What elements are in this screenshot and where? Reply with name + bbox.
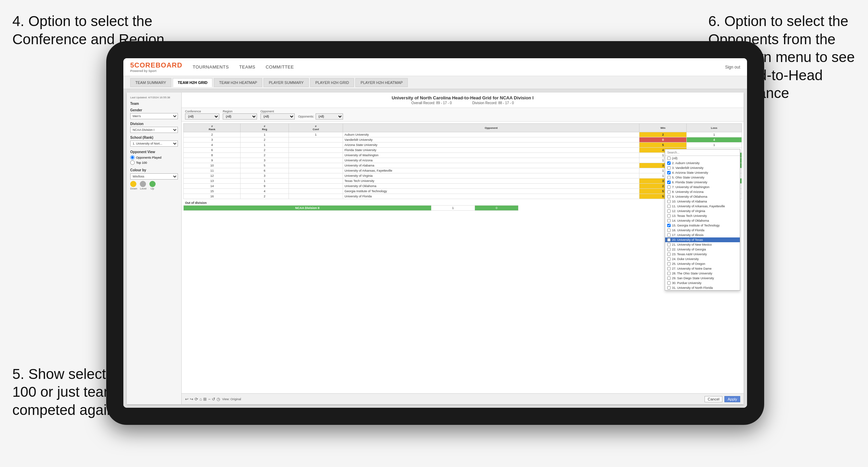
opponent-view-label: Opponent View — [130, 150, 178, 154]
radio-opponents-played[interactable] — [130, 155, 135, 160]
dropdown-checkbox[interactable] — [667, 200, 671, 203]
colour-by-select[interactable]: Win/loss — [130, 173, 178, 180]
clock-icon[interactable]: ◷ — [217, 397, 220, 402]
tab-team-summary[interactable]: TEAM SUMMARY — [130, 78, 171, 87]
cell-reg: 3 — [241, 173, 289, 179]
dropdown-checkbox[interactable] — [667, 185, 671, 189]
gender-select[interactable]: Men's — [130, 113, 178, 119]
division-select[interactable]: NCAA Division I — [130, 127, 178, 133]
dropdown-checkbox[interactable] — [667, 267, 671, 270]
dropdown-item[interactable]: 31. University of North Florida — [665, 285, 740, 290]
tab-team-h2h-heatmap[interactable]: TEAM H2H HEATMAP — [214, 78, 262, 87]
dropdown-checkbox[interactable] — [667, 229, 671, 232]
dropdown-checkbox[interactable] — [667, 166, 671, 170]
school-select[interactable]: 1. University of Nort... — [130, 140, 178, 147]
dropdown-item[interactable]: 9. University of Oklahoma — [665, 194, 740, 199]
opponent-view-played[interactable]: Opponents Played — [130, 155, 178, 160]
undo-icon[interactable]: ↩ — [185, 397, 188, 402]
dropdown-item[interactable]: 8. University of Arizona — [665, 189, 740, 194]
dropdown-item[interactable]: 25. University of Oregon — [665, 261, 740, 266]
refresh-icon[interactable]: ↺ — [212, 397, 215, 402]
dropdown-item[interactable]: 6. Florida State University — [665, 180, 740, 185]
dropdown-item-label: (All) — [672, 157, 677, 160]
dropdown-checkbox[interactable] — [667, 214, 671, 218]
dropdown-item[interactable]: 30. Purdue University — [665, 281, 740, 285]
dropdown-item[interactable]: 7. University of Washington — [665, 185, 740, 189]
dropdown-checkbox[interactable] — [667, 281, 671, 285]
dropdown-checkbox[interactable] — [667, 161, 671, 165]
dropdown-checkbox[interactable] — [667, 262, 671, 266]
dropdown-checkbox[interactable] — [667, 195, 671, 198]
dropdown-checkbox[interactable] — [667, 176, 671, 179]
dropdown-item[interactable]: 10. University of Alabama — [665, 199, 740, 204]
opponent-select[interactable]: (All) — [260, 113, 295, 120]
dropdown-checkbox[interactable] — [667, 253, 671, 256]
dropdown-checkbox[interactable] — [667, 257, 671, 261]
dropdown-item[interactable]: 24. Duke University — [665, 257, 740, 261]
dropdown-item[interactable]: 12. University of Virginia — [665, 209, 740, 213]
dropdown-checkbox[interactable] — [667, 171, 671, 174]
reset-icon[interactable]: ⟳ — [195, 397, 198, 402]
opponent-dropdown-overlay[interactable]: (All) 2. Auburn University 3. Vanderbilt… — [665, 149, 740, 291]
dropdown-search-input[interactable] — [665, 149, 740, 156]
nav-committee[interactable]: COMMITTEE — [266, 63, 294, 71]
dropdown-item[interactable]: 11. University of Arkansas, Fayetteville — [665, 204, 740, 209]
cell-conf: 1 — [289, 132, 343, 137]
dropdown-item[interactable]: 27. University of Notre Dame — [665, 266, 740, 271]
cancel-button[interactable]: Cancel — [705, 396, 722, 402]
apply-button[interactable]: Apply — [724, 396, 740, 402]
col-opponent: Opponent — [343, 124, 639, 132]
dropdown-item[interactable]: 3. Vanderbilt University — [665, 165, 740, 170]
dropdown-item[interactable]: 2. Auburn University — [665, 161, 740, 165]
dropdown-checkbox[interactable] — [667, 286, 671, 290]
dropdown-item[interactable]: 4. Arizona State University — [665, 170, 740, 175]
region-select[interactable]: (All) — [223, 113, 257, 120]
conference-select[interactable]: (All) — [185, 113, 219, 120]
redo-icon[interactable]: ↪ — [190, 397, 193, 402]
table-row: 11 6 University of Arkansas, Fayettevill… — [184, 168, 742, 173]
tab-team-h2h-grid[interactable]: TEAM H2H GRID — [173, 78, 213, 87]
dropdown-item[interactable]: (All) — [665, 156, 740, 161]
dropdown-item[interactable]: 21. University of New Mexico — [665, 242, 740, 247]
sign-out-link[interactable]: Sign out — [725, 65, 740, 70]
minus-icon[interactable]: − — [208, 397, 210, 402]
dropdown-checkbox[interactable] — [667, 243, 671, 246]
dropdown-checkbox[interactable] — [667, 219, 671, 222]
opponents-dropdown[interactable]: (All) — [316, 113, 343, 120]
expand-icon[interactable]: ⊞ — [203, 397, 207, 402]
dropdown-item[interactable]: 22. University of Georgia — [665, 247, 740, 252]
dropdown-item[interactable]: 28. The Ohio State University — [665, 271, 740, 276]
dropdown-item[interactable]: 15. Georgia Institute of Technology — [665, 223, 740, 228]
dropdown-item[interactable]: 20. University of Texas — [665, 237, 740, 242]
home-icon[interactable]: ⌂ — [199, 397, 202, 402]
viz-area: University of North Carolina Head-to-Hea… — [182, 93, 744, 404]
dropdown-item[interactable]: 14. University of Oklahoma — [665, 218, 740, 223]
dropdown-checkbox[interactable] — [667, 233, 671, 237]
opponents-filter-label: Opponents: — [298, 115, 314, 118]
tab-player-h2h-heatmap[interactable]: PLAYER H2H HEATMAP — [355, 78, 408, 87]
cell-opponent: University of Oklahoma — [343, 184, 639, 189]
dropdown-item[interactable]: 29. San Diego State University — [665, 276, 740, 281]
nav-tournaments[interactable]: TOURNAMENTS — [193, 63, 229, 71]
dropdown-checkbox[interactable] — [667, 181, 671, 184]
dropdown-item-label: 20. University of Texas — [672, 238, 703, 242]
dropdown-checkbox[interactable] — [667, 205, 671, 208]
dropdown-item[interactable]: 17. University of Illinois — [665, 233, 740, 237]
dropdown-item[interactable]: 5. Ohio State University — [665, 175, 740, 180]
dropdown-item[interactable]: 23. Texas A&M University — [665, 252, 740, 257]
tab-player-summary[interactable]: PLAYER SUMMARY — [264, 78, 309, 87]
dropdown-checkbox[interactable] — [667, 238, 671, 242]
dropdown-item[interactable]: 13. Texas Tech University — [665, 213, 740, 218]
dropdown-checkbox[interactable] — [667, 272, 671, 275]
dropdown-checkbox[interactable] — [667, 209, 671, 213]
tab-player-h2h-grid[interactable]: PLAYER H2H GRID — [310, 78, 354, 87]
dropdown-checkbox[interactable] — [667, 248, 671, 251]
opponent-view-top100[interactable]: Top 100 — [130, 160, 178, 165]
radio-top100[interactable] — [130, 160, 135, 165]
nav-teams[interactable]: TEAMS — [239, 63, 255, 71]
dropdown-checkbox[interactable] — [667, 276, 671, 280]
dropdown-checkbox[interactable] — [667, 157, 671, 160]
dropdown-item[interactable]: 16. University of Florida — [665, 228, 740, 233]
dropdown-checkbox[interactable] — [667, 190, 671, 194]
dropdown-checkbox[interactable] — [667, 224, 671, 227]
